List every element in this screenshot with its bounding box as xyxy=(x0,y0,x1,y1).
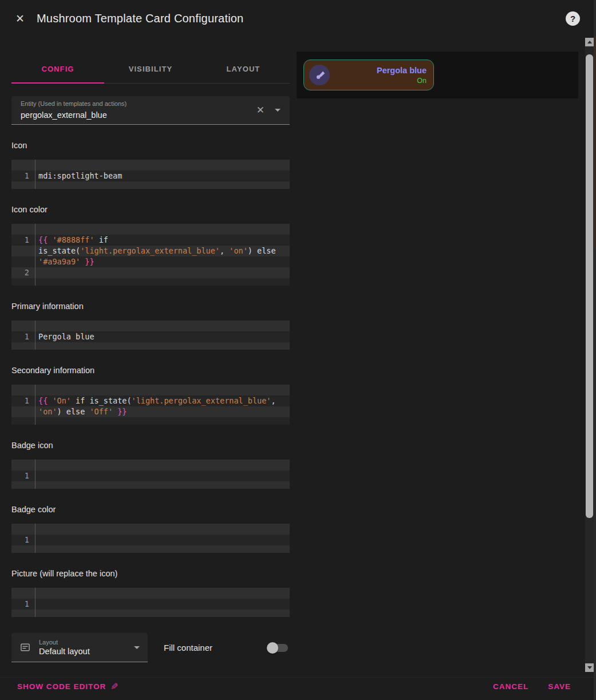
icon-color-code-editor[interactable]: 1{{ '#8888ff' if is_state('light.pergola… xyxy=(11,224,290,286)
line-number: 1 xyxy=(11,535,35,545)
line-number: 2 xyxy=(11,267,35,278)
layout-select-value: Default layout xyxy=(39,647,90,656)
code-content[interactable]: Pergola blue xyxy=(35,331,290,342)
gutter-divider xyxy=(35,160,35,189)
layout-icon xyxy=(19,642,31,653)
preview-card[interactable]: Pergola blue On xyxy=(303,60,434,90)
icon-label: Icon xyxy=(11,141,290,150)
dialog-mushroom-template-card-configuration: ✕ Mushroom Template Card Configuration ?… xyxy=(0,0,596,700)
chevron-down-icon[interactable] xyxy=(275,109,281,112)
entity-field-label: Entity (Used in templates and actions) xyxy=(21,100,127,107)
primary-information-label: Primary information xyxy=(11,302,290,311)
fill-container-label: Fill container xyxy=(164,643,212,652)
line-number: 1 xyxy=(11,235,35,246)
code-line: 1{{ 'On' if is_state('light.pergolax_ext… xyxy=(11,396,290,417)
scrollbar-thumb[interactable] xyxy=(586,54,593,518)
secondary-information-label: Secondary information xyxy=(11,366,290,375)
primary-information-section: Primary information 1Pergola blue xyxy=(11,302,290,350)
layout-select-label: Layout xyxy=(39,639,90,646)
code-content[interactable]: {{ '#8888ff' if is_state('light.pergolax… xyxy=(35,235,290,267)
layout-row: Layout Default layout Fill container xyxy=(11,633,290,662)
gutter-divider xyxy=(35,321,35,350)
scrollbar[interactable] xyxy=(585,38,594,672)
line-number: 1 xyxy=(11,396,35,406)
layout-select[interactable]: Layout Default layout xyxy=(11,633,148,662)
line-number: 1 xyxy=(11,599,35,610)
badge-color-label: Badge color xyxy=(11,505,290,514)
secondary-information-section: Secondary information 1{{ 'On' if is_sta… xyxy=(11,366,290,425)
preview-card-state: On xyxy=(377,77,427,85)
dialog-title: Mushroom Template Card Configuration xyxy=(37,12,243,25)
pencil-icon[interactable]: ✎ xyxy=(110,681,118,692)
entity-field[interactable]: Entity (Used in templates and actions) p… xyxy=(11,96,290,125)
entity-icon-circle[interactable] xyxy=(309,65,330,85)
code-line: 2 xyxy=(11,267,290,278)
code-line: 1Pergola blue xyxy=(11,331,290,342)
tab-config[interactable]: CONFIG xyxy=(11,55,104,83)
code-line: 1 xyxy=(11,470,290,481)
preview-card-text: Pergola blue On xyxy=(377,66,433,85)
gutter-divider xyxy=(35,385,35,425)
icon-section: Icon 1mdi:spotlight-beam xyxy=(11,141,290,189)
help-icon[interactable]: ? xyxy=(566,11,580,26)
tab-bar: CONFIG VISIBILITY LAYOUT xyxy=(11,55,290,84)
badge-color-code-editor[interactable]: 1 xyxy=(11,524,290,553)
dialog-header: ✕ Mushroom Template Card Configuration ? xyxy=(0,0,596,37)
config-column: CONFIG VISIBILITY LAYOUT Entity (Used in… xyxy=(11,37,290,679)
dialog-footer: SHOW CODE EDITOR ✎ CANCEL SAVE xyxy=(0,677,596,700)
picture-label: Picture (will replace the icon) xyxy=(11,569,290,578)
line-number: 1 xyxy=(11,171,35,181)
preview-panel: Pergola blue On xyxy=(297,52,578,98)
scroll-down-icon[interactable] xyxy=(585,663,594,672)
layout-select-text: Layout Default layout xyxy=(39,639,90,656)
gutter-divider xyxy=(35,524,35,553)
preview-card-title: Pergola blue xyxy=(377,66,427,75)
badge-color-section: Badge color 1 xyxy=(11,505,290,553)
code-line: 1 xyxy=(11,535,290,545)
line-number: 1 xyxy=(11,470,35,481)
gutter-divider xyxy=(35,224,35,286)
preview-column: Pergola blue On xyxy=(297,37,578,679)
picture-section: Picture (will replace the icon) 1 xyxy=(11,569,290,617)
gutter-divider xyxy=(35,460,35,489)
code-content[interactable]: mdi:spotlight-beam xyxy=(35,171,290,181)
secondary-information-code-editor[interactable]: 1{{ 'On' if is_state('light.pergolax_ext… xyxy=(11,385,290,425)
save-button[interactable]: SAVE xyxy=(548,682,571,691)
icon-color-section: Icon color 1{{ '#8888ff' if is_state('li… xyxy=(11,205,290,286)
badge-icon-label: Badge icon xyxy=(11,441,290,450)
gutter-divider xyxy=(35,588,35,617)
chevron-down-icon[interactable] xyxy=(134,646,140,649)
tab-visibility[interactable]: VISIBILITY xyxy=(104,55,197,83)
badge-icon-code-editor[interactable]: 1 xyxy=(11,460,290,489)
code-line: 1{{ '#8888ff' if is_state('light.pergola… xyxy=(11,235,290,267)
clear-icon[interactable]: ✕ xyxy=(256,104,265,116)
code-content[interactable]: {{ 'On' if is_state('light.pergolax_exte… xyxy=(35,396,290,417)
entity-field-value[interactable]: pergolax_external_blue xyxy=(21,110,107,120)
code-line: 1 xyxy=(11,599,290,610)
badge-icon-section: Badge icon 1 xyxy=(11,441,290,489)
picture-code-editor[interactable]: 1 xyxy=(11,588,290,617)
scroll-up-icon[interactable] xyxy=(585,38,594,46)
spotlight-beam-icon xyxy=(314,70,325,81)
icon-color-label: Icon color xyxy=(11,205,290,214)
tab-layout[interactable]: LAYOUT xyxy=(197,55,290,83)
toggle-thumb[interactable] xyxy=(267,642,278,654)
line-number: 1 xyxy=(11,331,35,342)
code-line: 1mdi:spotlight-beam xyxy=(11,171,290,181)
cancel-button[interactable]: CANCEL xyxy=(493,682,528,691)
page-edge-accent xyxy=(594,37,596,250)
show-code-editor-button[interactable]: SHOW CODE EDITOR xyxy=(17,682,106,691)
fill-container-toggle[interactable] xyxy=(267,642,290,654)
icon-code-editor[interactable]: 1mdi:spotlight-beam xyxy=(11,160,290,189)
primary-information-code-editor[interactable]: 1Pergola blue xyxy=(11,321,290,350)
close-icon[interactable]: ✕ xyxy=(14,12,26,25)
dialog-content: CONFIG VISIBILITY LAYOUT Entity (Used in… xyxy=(0,37,596,679)
